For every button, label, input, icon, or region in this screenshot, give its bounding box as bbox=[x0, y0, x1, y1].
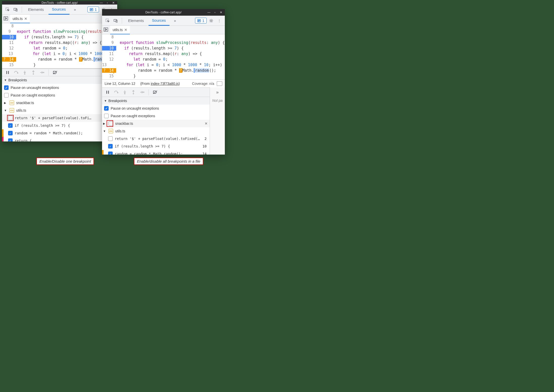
line-number[interactable]: 8 bbox=[2, 24, 16, 28]
debugger-toolbar bbox=[102, 87, 210, 97]
pause-caught-row[interactable]: Pause on caught exceptions bbox=[102, 112, 210, 120]
horizontal-scrollbar[interactable] bbox=[2, 68, 117, 68]
line-number[interactable]: 9 bbox=[102, 40, 116, 45]
step-out-icon[interactable] bbox=[130, 89, 137, 96]
sidebar-toggle-icon[interactable] bbox=[217, 81, 222, 86]
line-number[interactable]: 13 bbox=[2, 52, 16, 56]
svg-rect-6 bbox=[6, 71, 7, 74]
minimize-icon[interactable]: — bbox=[207, 10, 211, 15]
issues-badge[interactable]: 1 bbox=[87, 7, 99, 12]
line-number-conditional-breakpoint[interactable]: 14 bbox=[2, 57, 16, 62]
gear-icon[interactable] bbox=[208, 18, 215, 23]
pause-icon[interactable] bbox=[104, 89, 111, 96]
overflow-icon[interactable]: » bbox=[216, 87, 219, 97]
close-icon[interactable]: ✕ bbox=[111, 1, 116, 5]
bp-file-utils[interactable]: ▼<>utils.ts bbox=[102, 127, 210, 135]
tabs-overflow-icon[interactable]: » bbox=[171, 16, 180, 26]
remove-file-bp-icon[interactable]: ✕ bbox=[205, 121, 208, 126]
bp-item[interactable]: if (results.length >= 7) { 10 bbox=[102, 142, 210, 150]
bp-checkbox[interactable] bbox=[108, 152, 113, 155]
more-menu-icon[interactable]: ⋮ bbox=[216, 19, 223, 23]
step-out-icon[interactable] bbox=[30, 69, 37, 76]
breakpoints-section-header[interactable]: ▼Breakpoints bbox=[2, 76, 117, 84]
pause-uncaught-row[interactable]: Pause on uncaught exceptions bbox=[2, 84, 117, 91]
sourcemap-link[interactable]: index-73f73a80.js bbox=[151, 82, 179, 86]
bp-checkbox[interactable] bbox=[8, 131, 13, 135]
bp-item[interactable]: random = random * Math.random(); 14 bbox=[102, 150, 210, 155]
deactivate-breakpoints-icon[interactable] bbox=[152, 89, 159, 96]
deactivate-breakpoints-icon[interactable] bbox=[52, 69, 59, 76]
svg-rect-7 bbox=[8, 71, 9, 74]
bp-checkbox[interactable] bbox=[8, 138, 13, 141]
svg-point-9 bbox=[25, 74, 25, 75]
step-into-icon[interactable] bbox=[121, 89, 128, 96]
bp-file-snackbar[interactable]: ▶ snackbar.ts ✕ bbox=[102, 120, 210, 127]
step-over-icon[interactable] bbox=[13, 69, 20, 76]
tab-elements[interactable]: Elements bbox=[125, 16, 148, 26]
maximize-icon[interactable]: ▫ bbox=[105, 1, 110, 5]
navigator-toggle-icon[interactable] bbox=[4, 16, 10, 21]
tabs-overflow-icon[interactable]: » bbox=[70, 5, 80, 15]
close-tab-icon[interactable]: ✕ bbox=[24, 17, 27, 21]
checkbox-icon[interactable] bbox=[104, 114, 109, 118]
code-editor[interactable]: 8 9export function slowProcessing(result… bbox=[2, 23, 117, 68]
svg-rect-18 bbox=[106, 91, 107, 94]
line-number[interactable]: 8 bbox=[102, 35, 116, 39]
inspect-icon[interactable] bbox=[104, 17, 111, 24]
line-number[interactable]: 9 bbox=[2, 29, 13, 34]
checkbox-icon[interactable] bbox=[4, 85, 9, 90]
navigator-toggle-icon[interactable] bbox=[104, 27, 110, 33]
bp-file-snackbar[interactable]: ▶<>snackbar.ts bbox=[2, 99, 117, 107]
close-tab-icon[interactable]: ✕ bbox=[124, 28, 127, 32]
inspect-icon[interactable] bbox=[4, 6, 11, 13]
line-number[interactable]: 15 bbox=[102, 74, 116, 78]
svg-rect-2 bbox=[16, 9, 17, 11]
step-into-icon[interactable] bbox=[21, 69, 28, 76]
line-number-conditional-breakpoint[interactable]: 14 bbox=[102, 68, 116, 73]
line-number[interactable]: 11 bbox=[102, 52, 116, 56]
debugger-side-pane: » Not pa bbox=[210, 87, 225, 155]
step-icon[interactable] bbox=[38, 69, 45, 76]
line-number[interactable]: 15 bbox=[2, 63, 16, 67]
tab-elements[interactable]: Elements bbox=[25, 5, 47, 15]
bp-file-utils[interactable]: ▼<>utils.ts bbox=[2, 107, 117, 114]
file-tab-utils[interactable]: utils.ts ✕ bbox=[10, 15, 30, 23]
code-editor[interactable]: 8 9export function slowProcessing(result… bbox=[102, 34, 225, 79]
checkbox-icon[interactable] bbox=[4, 93, 9, 97]
device-mode-icon[interactable] bbox=[112, 17, 119, 24]
pause-caught-row[interactable]: Pause on caught exceptions bbox=[2, 91, 117, 99]
highlight-box bbox=[7, 115, 14, 121]
step-icon[interactable] bbox=[138, 89, 146, 96]
file-tab-utils[interactable]: utils.ts ✕ bbox=[110, 26, 130, 34]
minimize-icon[interactable]: — bbox=[99, 1, 104, 5]
bp-item[interactable]: return '$' + parseFloat(value).toFi… ✎ ✕… bbox=[2, 114, 117, 122]
window-titlebar: DevTools - coffee-cart.app/ — ▫ ✕ bbox=[2, 1, 117, 5]
line-number[interactable]: 11 bbox=[2, 40, 16, 45]
line-number[interactable]: 12 bbox=[2, 46, 16, 51]
bp-checkbox[interactable] bbox=[8, 123, 13, 128]
line-number[interactable]: 13 bbox=[102, 63, 109, 67]
checkbox-icon[interactable] bbox=[104, 106, 109, 111]
pause-icon[interactable] bbox=[4, 69, 11, 76]
status-bar: Line 12, Column 12 (From index-73f73a80.… bbox=[102, 79, 225, 87]
bp-checkbox[interactable] bbox=[108, 136, 113, 141]
device-mode-icon[interactable] bbox=[12, 6, 19, 13]
annotation-right: Enable/disable all breakpoints in a file bbox=[134, 158, 203, 165]
bp-item[interactable]: random = random * Math.random(); 14 bbox=[2, 129, 117, 137]
pause-uncaught-row[interactable]: Pause on uncaught exceptions bbox=[102, 105, 210, 112]
tab-sources[interactable]: Sources bbox=[149, 16, 170, 26]
bp-item[interactable]: if (results.length >= 7) { 10 bbox=[2, 122, 117, 129]
line-number[interactable]: 12 bbox=[102, 57, 116, 62]
bp-color-marker bbox=[2, 137, 4, 141]
issues-badge[interactable]: 1 bbox=[195, 18, 207, 23]
close-icon[interactable]: ✕ bbox=[219, 10, 223, 15]
breakpoints-section-header[interactable]: ▼Breakpoints bbox=[102, 97, 210, 105]
step-over-icon[interactable] bbox=[113, 89, 120, 96]
line-number-breakpoint[interactable]: 10 bbox=[2, 35, 16, 39]
bp-item[interactable]: return { 16 bbox=[2, 137, 117, 141]
maximize-icon[interactable]: ▫ bbox=[213, 10, 217, 15]
tab-sources[interactable]: Sources bbox=[49, 5, 69, 15]
line-number-breakpoint[interactable]: 10 bbox=[102, 46, 116, 51]
bp-checkbox[interactable] bbox=[108, 144, 113, 149]
bp-item[interactable]: return '$' + parseFloat(value).toFixed(…… bbox=[102, 135, 210, 142]
